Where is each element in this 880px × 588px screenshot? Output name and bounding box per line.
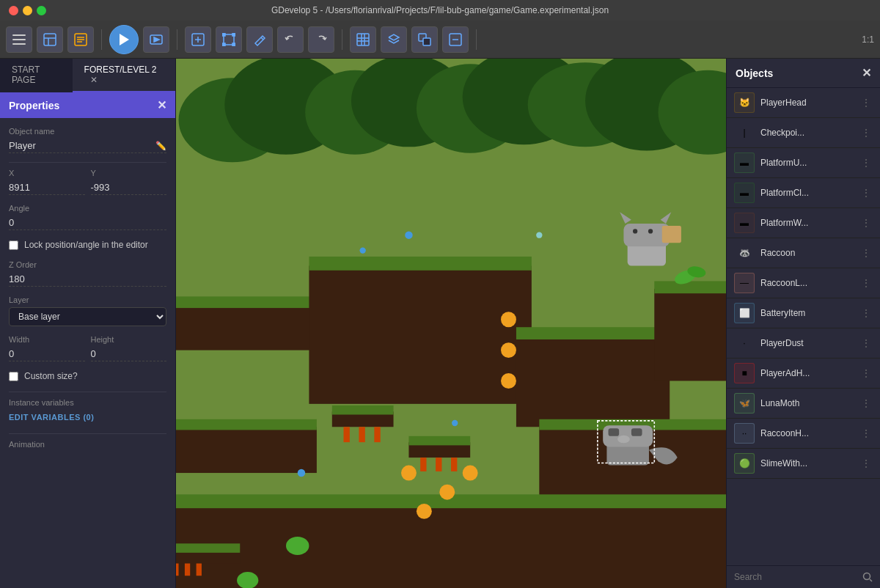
play-button[interactable]	[109, 25, 139, 54]
divider-props-1	[9, 162, 166, 163]
object-menu-icon[interactable]: ⋮	[859, 97, 873, 109]
width-group: Width	[9, 335, 85, 361]
edit-tool[interactable]	[246, 26, 273, 53]
svg-rect-2	[12, 43, 26, 45]
object-menu-icon[interactable]: ⋮	[859, 367, 873, 379]
instance-vars-group: Instance variables EDIT VARIABLES (0)	[9, 398, 166, 425]
object-icon: —	[734, 273, 755, 293]
edit-variables-button[interactable]: EDIT VARIABLES (0)	[9, 410, 94, 425]
object-menu-icon[interactable]: ⋮	[859, 157, 873, 169]
custom-size-checkbox[interactable]	[9, 372, 18, 381]
x-input[interactable]	[9, 180, 85, 195]
svg-point-75	[417, 504, 432, 519]
object-menu-icon[interactable]: ⋮	[859, 457, 873, 469]
object-menu-icon[interactable]: ⋮	[859, 217, 873, 229]
object-menu-icon[interactable]: ⋮	[859, 127, 873, 139]
svg-rect-45	[516, 335, 670, 427]
y-input[interactable]	[91, 180, 167, 195]
game-canvas-area[interactable]	[176, 59, 726, 588]
object-name-value: Player ✏️	[9, 139, 166, 153]
edit-name-icon[interactable]: ✏️	[155, 141, 166, 151]
list-item[interactable]: | Checkpoi... ⋮	[727, 118, 880, 148]
lock-row: Lock position/angle in the editor	[9, 239, 166, 251]
z-order-input[interactable]	[9, 272, 166, 287]
object-icon: |	[734, 122, 755, 143]
zoom-button[interactable]	[442, 26, 469, 53]
list-item[interactable]: 🦝 Raccoon ⋮	[727, 238, 880, 268]
svg-rect-18	[232, 33, 235, 36]
object-menu-icon[interactable]: ⋮	[859, 337, 873, 349]
titlebar: GDevelop 5 - /Users/florianrival/Project…	[0, 0, 880, 21]
list-item[interactable]: 🐱 PlayerHead ⋮	[727, 88, 880, 118]
maximize-button[interactable]	[37, 6, 46, 15]
svg-point-87	[648, 229, 653, 233]
tab-forest-level[interactable]: FOREST/LEVEL 2 ✕	[73, 59, 175, 92]
object-name: BatteryItem	[760, 308, 854, 318]
list-item[interactable]: ·· RaccoonH... ⋮	[727, 419, 880, 449]
svg-point-81	[452, 420, 458, 426]
svg-point-99	[864, 573, 870, 580]
list-item[interactable]: ▬ PlatformW... ⋮	[727, 208, 880, 238]
height-input[interactable]	[91, 347, 167, 361]
undo-button[interactable]	[277, 26, 304, 53]
svg-line-100	[870, 579, 872, 581]
search-icon	[862, 572, 873, 582]
list-item[interactable]: · PlayerDust ⋮	[727, 328, 880, 359]
menu-button[interactable]	[6, 26, 32, 53]
list-item[interactable]: ■ PlayerAdH... ⋮	[727, 359, 880, 389]
svg-marker-10	[120, 34, 129, 45]
svg-rect-67	[176, 564, 179, 576]
svg-rect-59	[374, 427, 380, 442]
height-group: Height	[91, 335, 167, 361]
layer-select[interactable]: Base layer	[9, 307, 166, 326]
list-item[interactable]: ⬜ BatteryItem ⋮	[727, 298, 880, 328]
tab-start-page[interactable]: START PAGE	[0, 59, 73, 92]
redo-button[interactable]	[308, 26, 334, 53]
svg-rect-0	[12, 34, 26, 36]
lock-checkbox[interactable]	[9, 240, 18, 250]
instances-button[interactable]	[411, 26, 438, 53]
svg-rect-41	[176, 304, 317, 350]
preview-button[interactable]	[143, 26, 169, 53]
list-item[interactable]: ▬ PlatformCl... ⋮	[727, 178, 880, 208]
tab-close-icon[interactable]: ✕	[90, 75, 98, 85]
object-icon: 🐱	[734, 92, 755, 113]
svg-marker-12	[154, 37, 159, 42]
svg-point-72	[501, 373, 516, 389]
properties-close-icon[interactable]: ✕	[157, 98, 166, 112]
transform-tool[interactable]	[216, 26, 242, 53]
list-item[interactable]: ▬ PlatformU... ⋮	[727, 148, 880, 178]
object-menu-icon[interactable]: ⋮	[859, 427, 873, 439]
angle-label: Angle	[9, 204, 166, 213]
close-button[interactable]	[9, 6, 18, 15]
object-menu-icon[interactable]: ⋮	[859, 277, 873, 289]
width-input[interactable]	[9, 347, 85, 361]
objects-close-icon[interactable]: ✕	[862, 66, 871, 80]
object-menu-icon[interactable]: ⋮	[859, 247, 873, 259]
scene-button[interactable]	[37, 26, 63, 53]
events-button[interactable]	[67, 26, 94, 53]
list-item[interactable]: — RaccoonL... ⋮	[727, 268, 880, 298]
toolbar: 1:1	[0, 21, 880, 59]
search-input[interactable]	[734, 572, 858, 582]
divider-props-2	[9, 392, 166, 392]
minimize-button[interactable]	[23, 6, 32, 15]
animation-label: Animation	[9, 440, 166, 449]
list-item[interactable]: 🟢 SlimeWith... ⋮	[727, 449, 880, 479]
width-label: Width	[9, 335, 85, 344]
object-menu-icon[interactable]: ⋮	[859, 187, 873, 199]
wh-row: Width Height	[9, 335, 166, 370]
svg-rect-19	[222, 43, 225, 46]
object-menu-icon[interactable]: ⋮	[859, 397, 873, 409]
list-item[interactable]: 🦋 LunaMoth ⋮	[727, 389, 880, 419]
object-menu-icon[interactable]: ⋮	[859, 307, 873, 319]
animation-group: Animation	[9, 440, 166, 449]
svg-rect-47	[654, 289, 726, 381]
z-order-label: Z Order	[9, 260, 166, 269]
object-name: PlatformCl...	[760, 188, 854, 198]
grid-button[interactable]	[350, 26, 376, 53]
svg-rect-68	[185, 564, 190, 576]
select-tool[interactable]	[185, 26, 211, 53]
layers-button[interactable]	[381, 26, 407, 53]
angle-input[interactable]	[9, 216, 166, 230]
